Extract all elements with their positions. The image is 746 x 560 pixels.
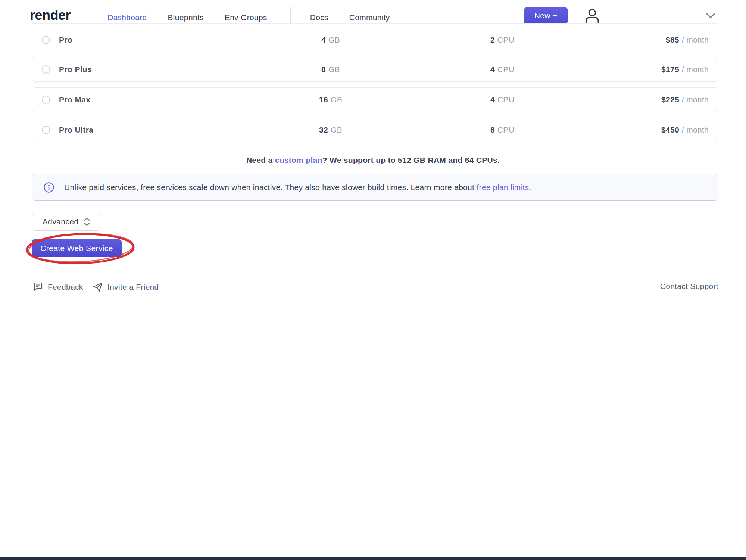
ram-value: 4 xyxy=(321,35,326,44)
nav-links: Dashboard Blueprints Env Groups Docs Com… xyxy=(107,11,411,24)
price-cell: $85 / month xyxy=(666,28,709,52)
ram-value: 8 xyxy=(321,65,326,74)
plan-name: Pro Max xyxy=(59,95,91,104)
nav-item-blueprints[interactable]: Blueprints xyxy=(168,13,203,22)
banner-message: Unlike paid services, free services scal… xyxy=(64,183,477,192)
feedback-label: Feedback xyxy=(48,283,83,292)
advanced-label: Advanced xyxy=(43,217,79,226)
chevron-down-icon[interactable] xyxy=(705,12,716,21)
ram-cell: 8 GB xyxy=(290,57,372,81)
speech-bubble-icon xyxy=(33,282,43,292)
cpu-unit: CPU xyxy=(497,95,514,104)
plan-name-cell: Pro xyxy=(42,28,72,52)
plan-name: Pro Plus xyxy=(59,65,92,74)
price-value: $225 xyxy=(661,95,679,104)
price-value: $450 xyxy=(661,125,679,134)
cpu-unit: CPU xyxy=(497,65,514,74)
price-suffix: / month xyxy=(682,125,709,134)
radio-button[interactable] xyxy=(42,96,50,104)
cpu-cell: 2 CPU xyxy=(461,28,543,52)
invite-label: Invite a Friend xyxy=(107,283,159,292)
price-value: $85 xyxy=(666,35,679,44)
ram-unit: GB xyxy=(328,35,340,44)
plan-row-pro-plus[interactable]: Pro Plus 8 GB 4 CPU $175 / month xyxy=(32,57,718,82)
plan-name-cell: Pro Plus xyxy=(42,57,92,81)
banner-suffix: . xyxy=(529,183,531,192)
cpu-value: 8 xyxy=(490,125,495,134)
nav-item-docs[interactable]: Docs xyxy=(310,13,328,22)
plan-row-pro[interactable]: Pro 4 GB 2 CPU $85 / month xyxy=(32,28,718,52)
plan-name-cell: Pro Ultra xyxy=(42,118,93,142)
price-cell: $175 / month xyxy=(661,57,709,81)
new-button[interactable]: New + xyxy=(524,7,568,24)
price-value: $175 xyxy=(661,65,679,74)
feedback-link[interactable]: Feedback xyxy=(33,282,83,292)
cpu-cell: 4 CPU xyxy=(461,88,543,112)
ram-value: 32 xyxy=(319,125,328,134)
advanced-toggle[interactable]: Advanced xyxy=(32,213,101,231)
cpu-value: 2 xyxy=(490,35,495,44)
custom-plan-suffix: ? We support up to 512 GB RAM and 64 CPU… xyxy=(322,156,500,164)
ram-value: 16 xyxy=(319,95,328,104)
nav-divider xyxy=(290,7,291,24)
custom-plan-link[interactable]: custom plan xyxy=(275,156,322,164)
ram-cell: 4 GB xyxy=(290,28,372,52)
up-down-chevron-icon xyxy=(84,217,90,227)
contact-support-label: Contact Support xyxy=(660,282,718,291)
nav-item-env-groups[interactable]: Env Groups xyxy=(225,13,267,22)
plan-name-cell: Pro Max xyxy=(42,88,91,112)
cpu-cell: 8 CPU xyxy=(461,118,543,142)
person-icon[interactable] xyxy=(583,7,602,27)
free-plan-limits-link[interactable]: free plan limits xyxy=(477,183,529,192)
price-cell: $450 / month xyxy=(661,118,709,142)
plan-row-pro-max[interactable]: Pro Max 16 GB 4 CPU $225 / month xyxy=(32,87,718,112)
radio-button[interactable] xyxy=(42,36,50,44)
custom-plan-prefix: Need a xyxy=(246,156,275,164)
previous-row-edge xyxy=(32,23,718,24)
render-dashboard-page: render Dashboard Blueprints Env Groups D… xyxy=(0,0,746,560)
nav-item-dashboard[interactable]: Dashboard xyxy=(107,13,147,22)
ram-unit: GB xyxy=(331,125,342,134)
info-icon xyxy=(43,182,54,193)
plan-name: Pro xyxy=(59,35,72,44)
radio-button[interactable] xyxy=(42,126,50,134)
create-web-service-button[interactable]: Create Web Service xyxy=(32,239,122,257)
bottom-window-bar xyxy=(0,557,746,560)
plan-row-pro-ultra[interactable]: Pro Ultra 32 GB 8 CPU $450 / month xyxy=(32,118,718,142)
cpu-value: 4 xyxy=(490,65,495,74)
price-suffix: / month xyxy=(682,95,709,104)
radio-button[interactable] xyxy=(42,65,50,74)
ram-unit: GB xyxy=(331,95,342,104)
price-cell: $225 / month xyxy=(661,88,709,112)
ram-cell: 32 GB xyxy=(290,118,372,142)
invite-a-friend-link[interactable]: Invite a Friend xyxy=(93,282,159,292)
contact-support-link[interactable]: Contact Support xyxy=(660,282,718,291)
price-suffix: / month xyxy=(682,65,709,74)
custom-plan-line: Need a custom plan? We support up to 512… xyxy=(0,156,746,165)
ram-cell: 16 GB xyxy=(290,88,372,112)
cpu-unit: CPU xyxy=(497,125,514,134)
render-logo[interactable]: render xyxy=(30,7,71,23)
cpu-cell: 4 CPU xyxy=(461,57,543,81)
plan-name: Pro Ultra xyxy=(59,125,93,134)
nav-item-community[interactable]: Community xyxy=(349,13,390,22)
banner-text: Unlike paid services, free services scal… xyxy=(64,183,531,192)
ram-unit: GB xyxy=(328,65,340,74)
free-plan-info-banner: Unlike paid services, free services scal… xyxy=(32,174,718,201)
cpu-value: 4 xyxy=(490,95,495,104)
cpu-unit: CPU xyxy=(497,35,514,44)
paper-plane-icon xyxy=(93,282,103,292)
price-suffix: / month xyxy=(682,35,709,44)
